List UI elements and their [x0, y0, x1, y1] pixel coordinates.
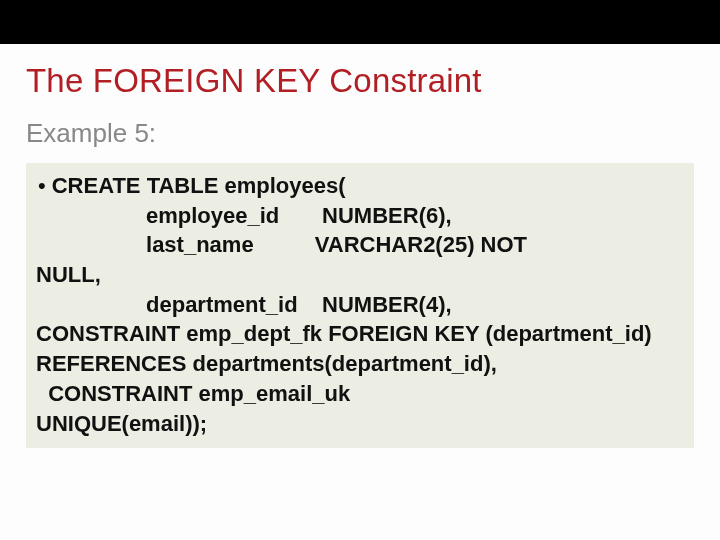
code-line-8: UNIQUE(email));: [36, 409, 684, 439]
slide-subtitle: Example 5:: [26, 118, 696, 149]
code-line-1: CREATE TABLE employees(: [52, 171, 346, 201]
code-line-5: department_id NUMBER(4),: [36, 290, 684, 320]
bullet-icon: •: [36, 171, 52, 201]
code-line-1-row: • CREATE TABLE employees(: [36, 171, 684, 201]
slide-title: The FOREIGN KEY Constraint: [26, 62, 696, 100]
slide-body: The FOREIGN KEY Constraint Example 5: • …: [0, 44, 720, 448]
code-line-3: last_name VARCHAR2(25) NOT: [36, 230, 684, 260]
code-line-4: NULL,: [36, 260, 684, 290]
code-block: • CREATE TABLE employees( employee_id NU…: [26, 163, 694, 448]
title-bar: [0, 0, 720, 44]
code-line-7: CONSTRAINT emp_email_uk: [36, 379, 684, 409]
code-line-6: CONSTRAINT emp_dept_fk FOREIGN KEY (depa…: [36, 319, 684, 378]
code-line-2: employee_id NUMBER(6),: [36, 201, 684, 231]
